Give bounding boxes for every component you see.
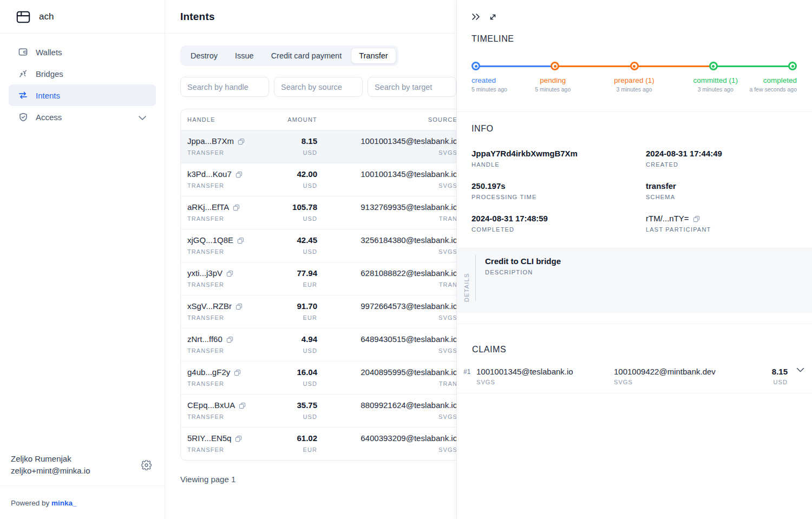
copy-icon[interactable] xyxy=(234,369,241,376)
tab-credit-card-payment[interactable]: Credit card payment xyxy=(263,48,350,64)
info-field-last-participant: rTM/...nTY= LAST PARTICIPANT xyxy=(646,213,797,233)
row-source: 8809921624@teslabank.io xyxy=(317,400,457,411)
tab-destroy[interactable]: Destroy xyxy=(182,48,226,64)
row-source: 6489430515@teslabank.io xyxy=(317,334,457,345)
claim-row[interactable]: #1 1001001345@teslabank.io SVGS 10010094… xyxy=(457,366,812,393)
search-by-target-input[interactable] xyxy=(368,77,456,97)
tab-issue[interactable]: Issue xyxy=(227,48,262,64)
copy-icon[interactable] xyxy=(693,215,700,222)
column-header-source: SOURCE xyxy=(317,116,457,123)
table-row[interactable]: xSgV...RZBrTRANSFER 91.70EUR 9972664573@… xyxy=(181,295,467,328)
copy-icon[interactable] xyxy=(235,171,243,178)
transfer-arrows-icon xyxy=(18,91,28,99)
row-source-type: TRAN xyxy=(317,214,457,224)
intents-table: HANDLE AMOUNT SOURCE Jppa...B7XmTRANSFER… xyxy=(180,109,467,461)
table-row[interactable]: 5RIY...EN5qTRANSFER 61.02EUR 6400393209@… xyxy=(181,427,467,460)
intent-type-tabs: Destroy Issue Credit card payment Transf… xyxy=(180,45,398,66)
row-source-type: SVGS xyxy=(317,148,457,157)
app-logo-icon xyxy=(15,9,31,24)
minka-brand-link[interactable]: minka_ xyxy=(51,499,77,507)
row-type: TRANSFER xyxy=(187,181,274,190)
sidebar-item-bridges[interactable]: Bridges xyxy=(9,63,156,84)
sidebar-item-intents[interactable]: Intents xyxy=(9,84,156,106)
copy-icon[interactable] xyxy=(237,237,244,244)
sidebar-nav: Wallets Bridges xyxy=(0,34,165,128)
sidebar-item-wallets[interactable]: Wallets xyxy=(9,41,156,63)
copy-icon[interactable] xyxy=(238,138,245,145)
timeline-dot-pending xyxy=(551,62,559,70)
copy-icon[interactable] xyxy=(233,204,240,211)
search-by-source-input[interactable] xyxy=(274,77,363,97)
row-source-type: TRAN xyxy=(317,379,457,389)
timeline-dot-created xyxy=(472,62,480,70)
copy-icon[interactable] xyxy=(226,336,233,343)
row-currency: USD xyxy=(274,181,317,190)
row-source: 9972664573@teslabank.io xyxy=(317,301,457,312)
timeline-stage-committed: committed (1)3 minutes ago xyxy=(693,76,738,94)
gear-icon[interactable] xyxy=(141,460,152,470)
user-name: Zeljko Rumenjak xyxy=(11,453,141,465)
timeline-stage-pending: pending5 minutes ago xyxy=(535,76,571,94)
table-row[interactable]: aRKj...EfTATRANSFER 105.78USD 9132769935… xyxy=(181,196,467,229)
copy-icon[interactable] xyxy=(235,303,243,310)
row-type: TRANSFER xyxy=(187,379,274,389)
row-handle: g4ub...gF2y xyxy=(187,367,230,378)
table-row[interactable]: zNrt...ff60TRANSFER 4.94USD 6489430515@t… xyxy=(181,328,467,361)
details-description: Credit to CLI bridge xyxy=(485,256,561,267)
timeline-segment xyxy=(638,65,710,67)
row-amount: 77.94 xyxy=(274,268,317,279)
claim-target: 1001009422@mintbank.dev SVGS xyxy=(614,366,772,385)
page-title: Intents xyxy=(180,11,215,23)
sidebar-item-label: Intents xyxy=(36,91,60,100)
table-row[interactable]: xjGQ...1Q8ETRANSFER 42.45USD 3256184380@… xyxy=(181,229,467,262)
row-type: TRANSFER xyxy=(187,346,274,356)
sidebar-item-access[interactable]: Access xyxy=(9,106,156,128)
row-currency: USD xyxy=(274,379,317,389)
search-by-handle-input[interactable] xyxy=(180,77,269,97)
tab-transfer[interactable]: Transfer xyxy=(351,48,396,64)
timeline-dot-prepared xyxy=(630,62,639,70)
row-amount: 4.94 xyxy=(274,334,317,345)
user-email: zeljko+mint@minka.io xyxy=(11,465,141,477)
table-row[interactable]: Jppa...B7XmTRANSFER 8.15USD 1001001345@t… xyxy=(181,130,467,163)
table-row[interactable]: g4ub...gF2yTRANSFER 16.04USD 2040895995@… xyxy=(181,361,467,394)
row-currency: EUR xyxy=(274,445,317,455)
info-section: INFO JppaY7Rd4irkbXwmgB7Xm HANDLE 2024-0… xyxy=(457,112,812,233)
row-source-type: SVGS xyxy=(317,346,457,356)
row-amount: 42.45 xyxy=(274,235,317,246)
expand-panel-icon[interactable] xyxy=(489,13,497,21)
timeline-stage-completed: completeda few seconds ago xyxy=(749,76,797,94)
row-amount: 8.15 xyxy=(274,136,317,147)
row-handle: xjGQ...1Q8E xyxy=(187,235,233,246)
row-handle: Jppa...B7Xm xyxy=(187,136,234,147)
timeline-stage-prepared: prepared (1)3 minutes ago xyxy=(614,76,654,94)
copy-icon[interactable] xyxy=(235,435,242,442)
panel-divider xyxy=(457,324,812,324)
claim-index: #1 xyxy=(463,366,476,376)
table-row[interactable]: CEpq...BxUATRANSFER 35.75USD 8809921624@… xyxy=(181,394,467,427)
collapse-panel-icon[interactable] xyxy=(472,13,480,21)
row-currency: EUR xyxy=(274,313,317,323)
row-source-type: SVGS xyxy=(317,445,457,455)
details-band: DETAILS Credit to CLI bridge DESCRIPTION xyxy=(457,247,812,313)
copy-icon[interactable] xyxy=(226,270,233,277)
sidebar: ach Wallets xyxy=(0,0,165,519)
row-amount: 42.00 xyxy=(274,169,317,180)
intent-detail-panel: TIMELINE created5 minutes ago pending5 m… xyxy=(456,0,812,519)
table-row[interactable]: k3Pd...Kou7TRANSFER 42.00USD 1001001345@… xyxy=(181,163,467,196)
info-field-processing-time: 250.197s PROCESSING TIME xyxy=(472,181,646,200)
copy-icon[interactable] xyxy=(239,402,246,409)
row-source: 9132769935@teslabank.io xyxy=(317,202,457,213)
timeline-segment xyxy=(717,65,789,67)
table-row[interactable]: yxti...j3pVTRANSFER 77.94EUR 6281088822@… xyxy=(181,262,467,295)
row-handle: 5RIY...EN5q xyxy=(187,433,231,444)
row-source: 6400393209@teslabank.io xyxy=(317,433,457,444)
sidebar-spacer xyxy=(0,128,165,445)
row-type: TRANSFER xyxy=(187,313,274,323)
chevron-down-icon[interactable] xyxy=(796,366,804,372)
claims-heading: CLAIMS xyxy=(457,333,812,354)
row-source-type: SVGS xyxy=(317,181,457,190)
panel-toolbar xyxy=(457,0,812,21)
timeline-section: TIMELINE created5 minutes ago pending5 m… xyxy=(457,21,812,101)
chevron-down-icon xyxy=(139,113,146,122)
